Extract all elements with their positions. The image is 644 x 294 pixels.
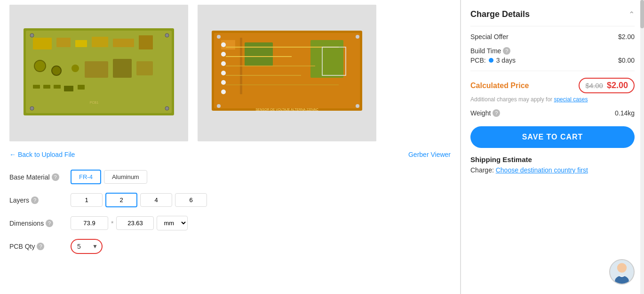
svg-text:PCB1: PCB1	[90, 101, 98, 104]
base-material-help-icon[interactable]: ?	[52, 173, 59, 181]
scrollbar-thumb[interactable]	[640, 0, 644, 28]
svg-rect-16	[43, 85, 50, 89]
build-time-label: Build Time ?	[470, 47, 635, 55]
svg-rect-6	[92, 37, 108, 47]
build-time-row: Build Time ? PCB: 3 days $0.00	[470, 47, 635, 64]
shipping-charge: Charge: Choose destination country first	[470, 166, 635, 174]
svg-rect-28	[245, 42, 273, 66]
qty-select-wrapper: 5 10 15 20 25 30 50 100 ▼	[71, 239, 103, 254]
pcb-image-back: SENSOR DE VOLTAJE ALTERNA 220VAC	[198, 5, 376, 141]
svg-rect-29	[310, 40, 343, 78]
pcb-qty-help-icon[interactable]: ?	[37, 243, 44, 250]
svg-rect-15	[33, 85, 40, 89]
svg-rect-12	[85, 61, 108, 78]
old-price: $4.00	[585, 82, 603, 90]
avatar[interactable]	[609, 259, 635, 285]
special-cases-link[interactable]: special cases	[554, 96, 588, 103]
svg-point-44	[356, 35, 359, 39]
svg-point-50	[617, 263, 627, 272]
layers-controls	[71, 193, 207, 207]
back-arrow-icon: ←	[9, 151, 16, 158]
svg-rect-17	[54, 85, 61, 89]
special-offer-row: Special Offer $2.00	[470, 33, 635, 41]
price-group: $4.00 $2.00	[579, 78, 635, 93]
svg-rect-3	[33, 38, 52, 49]
nav-row: ← Back to Upload File Gerber Viewer	[9, 151, 451, 158]
svg-point-23	[165, 106, 169, 110]
dimensions-row: Dimensions ? * mm inch	[9, 216, 451, 230]
collapse-icon[interactable]: ⌃	[628, 10, 635, 19]
base-material-label: Base Material ?	[9, 173, 71, 181]
svg-rect-5	[75, 40, 87, 47]
pcb-qty-controls: 5 10 15 20 25 30 50 100 ▼	[71, 239, 103, 254]
right-panel: Charge Details ⌃ Special Offer $2.00 Bui…	[461, 0, 644, 294]
svg-point-11	[72, 65, 79, 72]
back-to-upload-link[interactable]: ← Back to Upload File	[9, 151, 75, 158]
dimension-height-input[interactable]	[116, 216, 154, 230]
pcb-image-front: PCB1	[9, 5, 188, 141]
build-pcb-row: PCB: 3 days $0.00	[470, 57, 635, 64]
svg-point-10	[52, 66, 61, 75]
svg-point-37	[221, 42, 226, 47]
dimension-width-input[interactable]	[71, 216, 108, 230]
weight-row: Weight ? 0.14kg	[470, 109, 635, 117]
layers-6-input[interactable]	[175, 193, 207, 207]
scrollbar-track	[640, 0, 644, 294]
svg-point-38	[221, 52, 226, 57]
calculated-price-row: Calculated Price $4.00 $2.00	[470, 78, 635, 93]
pcb-days: PCB: 3 days	[470, 57, 516, 64]
svg-rect-19	[78, 85, 85, 90]
shipping-title: Shipping Estimate	[470, 155, 635, 163]
pcb-qty-row: PCB Qty ? 5 10 15 20 25 30 50 100 ▼	[9, 239, 451, 254]
svg-rect-4	[56, 38, 71, 47]
special-offer-value: $2.00	[618, 33, 635, 41]
save-to-cart-button[interactable]: SAVE TO CART	[470, 126, 635, 148]
dimensions-help-icon[interactable]: ?	[46, 220, 53, 227]
unit-select[interactable]: mm inch	[157, 216, 188, 230]
shipping-choose-link[interactable]: Choose destination country first	[496, 166, 588, 174]
svg-rect-7	[113, 39, 134, 47]
layers-4-input[interactable]	[140, 193, 172, 207]
pcb-images-row: PCB1	[9, 5, 451, 141]
dimension-star: *	[111, 220, 113, 227]
svg-point-41	[221, 80, 226, 85]
divider	[470, 71, 635, 71]
svg-rect-8	[139, 35, 153, 49]
svg-rect-13	[113, 59, 132, 78]
weight-value: 0.14kg	[615, 109, 635, 117]
layers-2-input[interactable]	[105, 193, 137, 207]
special-offer-label: Special Offer	[470, 33, 509, 41]
fr4-button[interactable]: FR-4	[71, 170, 101, 184]
svg-point-20	[30, 33, 34, 37]
base-material-row: Base Material ? FR-4 Aluminum	[9, 170, 451, 184]
base-material-controls: FR-4 Aluminum	[71, 170, 147, 184]
svg-point-21	[165, 33, 169, 37]
dimensions-controls: * mm inch	[71, 216, 188, 230]
svg-point-9	[34, 60, 46, 72]
back-label: Back to Upload File	[18, 151, 75, 158]
svg-rect-14	[136, 61, 153, 75]
layers-1-input[interactable]	[71, 193, 103, 207]
svg-rect-18	[64, 86, 73, 91]
layers-row: Layers ?	[9, 193, 451, 207]
svg-point-46	[356, 104, 359, 108]
gerber-viewer-link[interactable]: Gerber Viewer	[408, 151, 451, 158]
calc-label: Calculated Price	[470, 82, 529, 90]
dimensions-label: Dimensions ?	[9, 220, 71, 227]
additional-note: Additional charges may apply for special…	[470, 96, 635, 103]
svg-point-39	[221, 61, 226, 66]
avatar-image	[610, 259, 634, 284]
svg-point-45	[217, 104, 221, 108]
build-time-help-icon[interactable]: ?	[503, 47, 510, 55]
new-price: $2.00	[607, 81, 628, 90]
pcb-qty-select[interactable]: 5 10 15 20 25 30 50 100	[71, 239, 103, 254]
svg-point-43	[217, 35, 221, 39]
svg-point-42	[221, 90, 226, 94]
layers-help-icon[interactable]: ?	[31, 196, 39, 204]
weight-label: Weight ?	[470, 109, 500, 117]
shipping-section: Shipping Estimate Charge: Choose destina…	[470, 155, 635, 174]
pcb-qty-label: PCB Qty ?	[9, 243, 71, 250]
weight-help-icon[interactable]: ?	[493, 109, 500, 117]
charge-header: Charge Details ⌃	[470, 9, 635, 26]
aluminum-button[interactable]: Aluminum	[104, 170, 147, 184]
